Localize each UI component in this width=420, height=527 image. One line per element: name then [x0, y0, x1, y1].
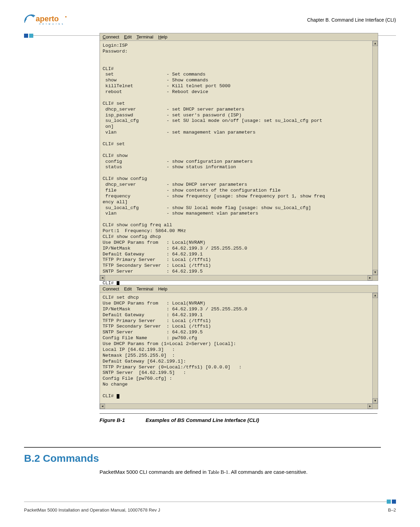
scroll-down-icon[interactable]: ▼ [373, 270, 378, 275]
terminal2-menubar: Connect Edit Terminal Help [100, 285, 378, 293]
scroll-left-icon[interactable]: ◄ [100, 275, 105, 280]
footer-rule [24, 502, 387, 502]
terminal2-vscrollbar[interactable]: ▲ ▼ [372, 293, 378, 403]
menu-edit[interactable]: Edit [124, 34, 131, 39]
terminal-window-2: Connect Edit Terminal Help CLI# set dhcp… [100, 285, 378, 409]
menu-terminal-2[interactable]: Terminal [137, 286, 153, 291]
terminal1-vscrollbar[interactable]: ▲ ▼ [372, 41, 378, 275]
figure-label: Figure B-1 [100, 417, 125, 423]
section-paragraph: PacketMax 5000 CLI commands are defined … [100, 468, 381, 476]
menu-terminal[interactable]: Terminal [137, 34, 153, 39]
terminal1-body: Login:ISP Password: CLI# set - Set comma… [100, 41, 378, 288]
scroll-up-icon[interactable]: ▲ [373, 41, 378, 46]
para-pre: PacketMax 5000 CLI commands are defined … [100, 469, 208, 475]
logo: aperto n e t w o r k s [24, 14, 69, 26]
section-heading: B.2 Commands [24, 447, 381, 464]
scroll-corner-2 [372, 403, 378, 409]
logo-text: aperto [36, 14, 59, 23]
header-accent-left [24, 34, 33, 38]
cursor-icon-2 [117, 394, 119, 399]
terminal1-hscrollbar[interactable]: ◄ ► [100, 275, 373, 280]
menu-edit-2[interactable]: Edit [124, 286, 131, 291]
terminal-window-1: Connect Edit Terminal Help Login:ISP Pas… [100, 33, 378, 281]
terminal1-menubar: Connect Edit Terminal Help [100, 33, 378, 41]
menu-help[interactable]: Help [158, 34, 167, 39]
menu-help-2[interactable]: Help [158, 286, 167, 291]
footer-accent-right [387, 500, 396, 504]
footer-left: PacketMax 5000 Installation and Operatio… [24, 507, 160, 513]
scroll-up-icon-2[interactable]: ▲ [373, 293, 378, 298]
terminal2-hscrollbar[interactable]: ◄ ► [100, 403, 373, 409]
chapter-label: Chapter B. Command Line Interface (CLI) [307, 17, 396, 23]
scroll-down-icon-2[interactable]: ▼ [373, 398, 378, 403]
footer-right: B–2 [388, 507, 396, 513]
svg-point-0 [65, 16, 67, 18]
para-post: . All commands are case-sensitive. [228, 469, 307, 475]
scroll-corner [372, 275, 378, 280]
menu-connect[interactable]: Connect [103, 34, 119, 39]
menu-connect-2[interactable]: Connect [103, 286, 119, 291]
figure-title: Examples of BS Command Line Interface (C… [145, 417, 259, 423]
scroll-right-icon[interactable]: ► [368, 275, 373, 280]
table-reference: Table B-1 [208, 469, 228, 475]
scroll-left-icon-2[interactable]: ◄ [100, 404, 105, 409]
scroll-right-icon-2[interactable]: ► [368, 404, 373, 409]
terminal2-body: CLI# set dhcp Use DHCP Params from : Loc… [100, 293, 378, 401]
logo-subtext: n e t w o r k s [39, 23, 64, 25]
figure-caption: Figure B-1 Examples of BS Command Line I… [100, 413, 377, 423]
